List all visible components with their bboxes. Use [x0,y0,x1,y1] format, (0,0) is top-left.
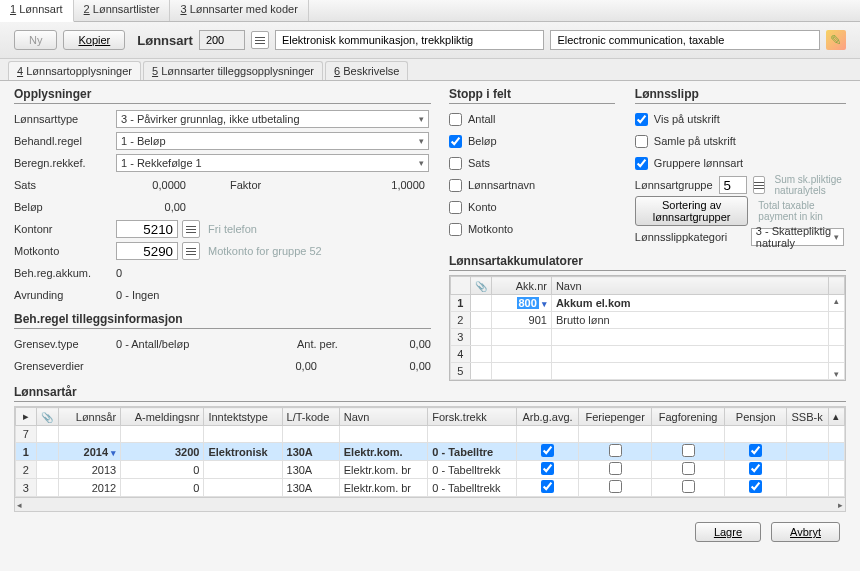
avbryt-button[interactable]: Avbryt [771,522,840,542]
slipp-gruppere-label: Gruppere lønnsart [654,157,743,169]
year-row[interactable]: 7 [16,426,845,443]
kontonr-lookup-icon[interactable] [182,220,200,238]
kopier-button[interactable]: Kopier [63,30,125,50]
year-col-navn[interactable]: Navn [339,408,428,426]
kontonr-label: Kontonr [14,223,112,235]
motkonto-input[interactable] [116,242,178,260]
akkum-header: Lønnsartakkumulatorer [449,254,846,271]
akkum-col-rownum [450,277,470,295]
year-col-lt[interactable]: L/T-kode [282,408,339,426]
stopp-belop-check[interactable] [449,135,462,148]
year-col-ferie[interactable]: Feriepenger [579,408,652,426]
year-col-lonnsar[interactable]: Lønnsår [58,408,120,426]
kontonr-hint: Fri telefon [208,223,257,235]
lonnsartgruppe-hint: Sum sk.pliktige naturalytels [775,174,846,196]
year-col-forsk[interactable]: Forsk.trekk [428,408,517,426]
belop-value: 0,00 [116,201,186,213]
edit-icon[interactable] [826,30,846,50]
akkum-table[interactable]: Akk.nr Navn 1800 ▾Akkum el.kom2901Brutto… [449,275,846,381]
year-row[interactable]: 3 2012 0 130AElektr.kom. br0 - Tabelltre… [16,479,845,497]
antper-label: Ant. per. [297,338,357,350]
toolbar: Ny Kopier Lønnsart [0,22,860,59]
top-tab-lonnsarter-koder[interactable]: 3 Lønnsarter med koder [170,0,308,21]
grenseverdier-value1: 0,00 [116,360,357,372]
stopp-konto-check[interactable] [449,201,462,214]
stopp-lonnsartnavn-label: Lønnsartnavn [468,179,535,191]
behandlregel-select[interactable]: 1 - Beløp▾ [116,132,429,150]
year-row[interactable]: 2 2013 0 130AElektr.kom. br0 - Tabelltre… [16,461,845,479]
ny-button[interactable]: Ny [14,30,57,50]
antper-value: 0,00 [361,338,431,350]
kontonr-input[interactable] [116,220,178,238]
lonnsartgruppe-input[interactable] [719,176,747,194]
year-col-fag[interactable]: Fagforening [652,408,725,426]
year-col-ssb[interactable]: SSB-k [787,408,829,426]
avrunding-label: Avrunding [14,289,112,301]
lagre-button[interactable]: Lagre [695,522,761,542]
stopp-antall-label: Antall [468,113,496,125]
lonnsartgruppe-lookup-icon[interactable] [753,176,765,194]
year-col-arb[interactable]: Arb.g.avg. [516,408,578,426]
akkum-row[interactable]: 5 [450,363,844,380]
slipp-samle-check[interactable] [635,135,648,148]
lookup-icon[interactable] [251,31,269,49]
year-col-ameld[interactable]: A-meldingsnr [121,408,204,426]
sub-tabs: 4 Lønnsartopplysninger 5 Lønnsarter till… [0,59,860,81]
sub-tab-beskrivelse[interactable]: 6 Beskrivelse [325,61,408,80]
stopp-belop-label: Beløp [468,135,497,147]
akkum-scroll-down[interactable]: ▾ [828,369,844,379]
stopp-motkonto-label: Motkonto [468,223,513,235]
akkum-col-navn[interactable]: Navn [551,277,828,295]
lonnsart-name-en-input[interactable] [550,30,820,50]
akkum-row[interactable]: 2901Brutto lønn [450,312,844,329]
grensevtype-value: 0 - Antall/beløp [116,338,293,350]
lonnsarttype-select[interactable]: 3 - Påvirker grunnlag, ikke utbetaling▾ [116,110,429,128]
stopp-motkonto-check[interactable] [449,223,462,236]
year-col-clip [36,408,58,426]
slipp-vis-label: Vis på utskrift [654,113,720,125]
lonnsart-name-nb-input[interactable] [275,30,545,50]
akkum-row[interactable]: 3 [450,329,844,346]
top-tab-lonnsart[interactable]: 1 Lønnsart [0,0,74,22]
lonnsart-code-input[interactable] [199,30,245,50]
stopp-sats-check[interactable] [449,157,462,170]
akkum-col-akknr[interactable]: Akk.nr [491,277,551,295]
slipp-samle-label: Samle på utskrift [654,135,736,147]
akkum-row[interactable]: 1800 ▾Akkum el.kom [450,295,844,312]
akkum-col-scroll [829,277,845,295]
year-col-pensjon[interactable]: Pensjon [725,408,787,426]
avrunding-value: 0 - Ingen [116,289,159,301]
year-row[interactable]: 1 2014 ▾ 3200 Elektronisk130AElektr.kom.… [16,443,845,461]
stopp-lonnsartnavn-check[interactable] [449,179,462,192]
stopp-sats-label: Sats [468,157,490,169]
sub-tab-opplysninger[interactable]: 4 Lønnsartopplysninger [8,61,141,80]
motkonto-lookup-icon[interactable] [182,242,200,260]
year-col-handle: ▸ [16,408,37,426]
akkum-scroll-up[interactable]: ▴ [828,296,844,306]
year-col-scroll[interactable]: ▴ [829,408,845,426]
lonnsartar-table[interactable]: ▸ Lønnsår A-meldingsnr Inntektstype L/T-… [14,406,846,512]
top-tabs: 1 Lønnsart 2 Lønnsartlister 3 Lønnsarter… [0,0,860,22]
stopp-antall-check[interactable] [449,113,462,126]
top-tab-lonnsartlister[interactable]: 2 Lønnsartlister [74,0,171,21]
akkum-row[interactable]: 4 [450,346,844,363]
sub-tab-tillegg[interactable]: 5 Lønnsarter tilleggsopplysninger [143,61,323,80]
sats-value: 0,0000 [116,179,186,191]
slipp-vis-check[interactable] [635,113,648,126]
lonnsslippkategori-label: Lønnsslippkategori [635,231,745,243]
slipp-header: Lønnsslipp [635,87,846,104]
year-hscroll[interactable]: ◂▸ [15,497,845,511]
grenseverdier-label: Grenseverdier [14,360,112,372]
behandlregel-label: Behandl.regel [14,135,112,147]
akkum-col-clip [470,277,491,295]
beregnrekkef-select[interactable]: 1 - Rekkefølge 1▾ [116,154,429,172]
tillegg-header: Beh.regel tilleggsinformasjon [14,312,431,329]
slipp-gruppere-check[interactable] [635,157,648,170]
lonnsslippkategori-select[interactable]: 3 - Skattepliktig naturaly▾ [751,228,844,246]
stopp-konto-label: Konto [468,201,497,213]
year-col-inntekt[interactable]: Inntektstype [204,408,282,426]
sortering-button[interactable]: Sortering av lønnsartgrupper [635,196,748,226]
grenseverdier-value2: 0,00 [361,360,431,372]
lonnsarttype-label: Lønnsarttype [14,113,112,125]
faktor-label: Faktor [190,179,351,191]
